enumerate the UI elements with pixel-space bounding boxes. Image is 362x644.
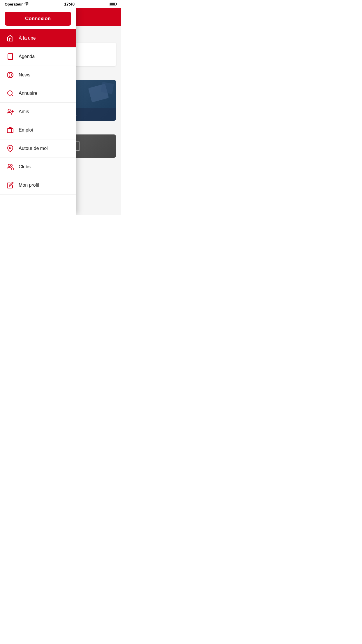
wifi-icon bbox=[24, 2, 29, 6]
search-icon bbox=[6, 89, 15, 98]
status-time: 17:40 bbox=[64, 2, 75, 6]
status-left: Opérateur bbox=[5, 2, 29, 6]
svg-point-11 bbox=[9, 147, 11, 149]
connexion-button[interactable]: Connexion bbox=[5, 12, 71, 26]
users-icon bbox=[6, 162, 15, 171]
battery-icon bbox=[110, 3, 116, 6]
sidebar-item-mon-profil[interactable]: Mon profil bbox=[0, 176, 76, 195]
svg-point-0 bbox=[27, 5, 27, 6]
svg-line-6 bbox=[12, 95, 13, 96]
sidebar-label-agenda: Agenda bbox=[19, 54, 35, 59]
svg-rect-1 bbox=[9, 55, 11, 55]
app-container: Connec... 18569 Membres ACTUALITÉS Remis… bbox=[0, 8, 121, 215]
status-right bbox=[110, 3, 116, 6]
sidebar-item-news[interactable]: News bbox=[0, 66, 76, 84]
sidebar-label-annuaire: Annuaire bbox=[19, 91, 37, 96]
operator-label: Opérateur bbox=[5, 2, 23, 6]
edit-icon bbox=[6, 181, 15, 190]
svg-rect-2 bbox=[9, 56, 11, 56]
status-bar: Opérateur 17:40 bbox=[0, 0, 121, 8]
sidebar-item-emploi[interactable]: Emploi bbox=[0, 121, 76, 139]
home-icon bbox=[6, 34, 15, 43]
svg-rect-10 bbox=[7, 129, 13, 133]
globe-icon bbox=[6, 71, 15, 79]
sidebar-label-autour-de-moi: Autour de moi bbox=[19, 146, 48, 151]
sidebar-label-mon-profil: Mon profil bbox=[19, 183, 39, 188]
sidebar-label-amis: Amis bbox=[19, 109, 29, 114]
sidebar-item-annuaire[interactable]: Annuaire bbox=[0, 84, 76, 103]
drawer-nav: À la une Agenda bbox=[0, 29, 76, 215]
sidebar-label-news: News bbox=[19, 72, 30, 78]
sidebar-item-agenda[interactable]: Agenda bbox=[0, 48, 76, 66]
briefcase-icon bbox=[6, 126, 15, 134]
sidebar-label-emploi: Emploi bbox=[19, 127, 33, 133]
sidebar-label-a-la-une: À la une bbox=[19, 36, 36, 41]
sidebar-drawer: Connexion À la une bbox=[0, 8, 76, 215]
drawer-header: Connexion bbox=[0, 8, 76, 29]
svg-point-7 bbox=[8, 109, 10, 111]
sidebar-item-clubs[interactable]: Clubs bbox=[0, 158, 76, 176]
sidebar-item-amis[interactable]: Amis bbox=[0, 103, 76, 121]
sidebar-item-a-la-une[interactable]: À la une bbox=[0, 29, 76, 48]
sidebar-item-autour-de-moi[interactable]: Autour de moi bbox=[0, 139, 76, 158]
sidebar-label-clubs: Clubs bbox=[19, 164, 31, 169]
svg-point-12 bbox=[8, 164, 10, 167]
user-plus-icon bbox=[6, 107, 15, 116]
map-pin-icon bbox=[6, 144, 15, 153]
book-icon bbox=[6, 52, 15, 61]
